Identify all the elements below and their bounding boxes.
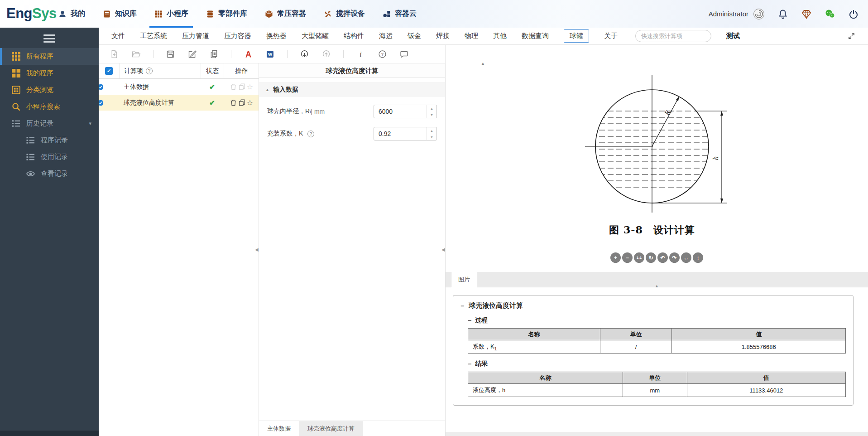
nav-parts[interactable]: 零部件库 <box>206 0 247 28</box>
nav-apps[interactable]: 小程序 <box>154 0 188 28</box>
tab-process-system[interactable]: 工艺系统 <box>140 32 167 40</box>
calc-row-main-data[interactable]: ✔ 主体数据 ✔ ☆ <box>99 79 259 95</box>
nav-my[interactable]: 我的 <box>58 0 85 28</box>
app-logo[interactable]: EngSys <box>6 5 57 22</box>
tab-image[interactable]: 图片 <box>451 272 477 287</box>
sidebar-item-usage-records[interactable]: 使用记录 <box>0 149 99 165</box>
comment-icon[interactable] <box>399 49 409 59</box>
copy-icon[interactable] <box>238 83 246 91</box>
spin-down-icon[interactable]: ▼ <box>427 111 436 118</box>
horizontal-scrollbar[interactable] <box>446 432 868 436</box>
flip-horizontal-button[interactable]: ↔ <box>681 252 691 263</box>
tab-marine[interactable]: 海运 <box>379 32 393 40</box>
sidebar-item-view-records[interactable]: 查看记录 <box>0 165 99 182</box>
spin-up-icon[interactable]: ▲ <box>427 127 436 134</box>
tab-spherical-tank[interactable]: 球罐 <box>564 29 589 43</box>
spin-down-icon[interactable]: ▼ <box>427 134 436 140</box>
results-panel: − 球壳液位高度计算 − 过程 名称 单位 值 系数，K1 / 1.855576… <box>453 295 854 406</box>
top-header: EngSys 我的 知识库 小程序 零部件库 常压容器 <box>0 0 868 28</box>
new-file-icon[interactable] <box>110 49 119 59</box>
sidebar-item-history[interactable]: 历史记录 ▾ <box>0 115 99 132</box>
row-checkbox[interactable]: ✔ <box>99 100 103 106</box>
export-word-icon[interactable]: W <box>265 49 275 59</box>
gem-icon[interactable] <box>801 9 812 19</box>
rotate-left-button[interactable]: ↶ <box>657 252 668 263</box>
section-label: 过程 <box>475 316 488 325</box>
edit-icon[interactable] <box>187 49 197 59</box>
zoom-in-button[interactable]: + <box>610 252 621 263</box>
spin-up-icon[interactable]: ▲ <box>427 105 436 111</box>
power-icon[interactable] <box>848 9 859 19</box>
panel-collapse-right-icon[interactable]: ◀ <box>441 247 445 252</box>
row-checkbox[interactable]: ✔ <box>99 84 103 90</box>
export-pdf-icon[interactable] <box>244 49 253 59</box>
favorite-icon[interactable]: ☆ <box>247 99 253 107</box>
tab-about[interactable]: 关于 <box>604 32 618 40</box>
search-icon <box>12 102 20 111</box>
help-icon[interactable]: ? <box>307 131 314 137</box>
collapse-middle-icon[interactable]: ▲ <box>655 284 659 288</box>
tab-other[interactable]: 其他 <box>493 32 507 40</box>
select-all-checkbox[interactable]: ✔ <box>105 67 113 75</box>
column-action: 操作 <box>235 67 248 75</box>
tab-sheet-metal[interactable]: 钣金 <box>408 32 421 40</box>
input-data-section-header[interactable]: ▲ 输入数据 <box>259 82 445 97</box>
tab-large-tank[interactable]: 大型储罐 <box>302 32 329 40</box>
expand-icon[interactable] <box>848 32 855 40</box>
panel-collapse-left-icon[interactable]: ◀ <box>255 247 259 252</box>
tab-welding[interactable]: 焊接 <box>436 32 450 40</box>
tab-data-query[interactable]: 数据查询 <box>522 32 549 40</box>
chevron-down-icon: ▾ <box>89 121 91 126</box>
sidebar-item-program-records[interactable]: 程序记录 <box>0 132 99 149</box>
refresh-button[interactable]: ↻ <box>646 252 656 263</box>
favorite-icon[interactable]: ☆ <box>247 83 253 91</box>
sidebar-collapse-button[interactable] <box>43 34 55 43</box>
delete-icon[interactable] <box>230 83 237 91</box>
rotate-right-button[interactable]: ↷ <box>669 252 680 263</box>
bell-icon[interactable] <box>777 9 788 19</box>
tab-pressure-vessel[interactable]: 压力容器 <box>224 32 251 40</box>
avatar[interactable] <box>753 8 765 20</box>
toolbar-divider <box>343 50 344 58</box>
tab-file[interactable]: 文件 <box>111 32 125 40</box>
collapse-minus-icon[interactable]: − <box>468 360 471 368</box>
nav-atm-vessel[interactable]: 常压容器 <box>264 0 306 28</box>
report-icon[interactable] <box>209 49 219 59</box>
help-icon[interactable]: ? <box>378 49 387 59</box>
upload-icon[interactable] <box>321 49 331 59</box>
collapse-minus-icon[interactable]: − <box>460 302 464 310</box>
radius-input[interactable] <box>374 105 425 118</box>
column-item: 计算项 <box>124 67 143 75</box>
calc-row-liquid-level[interactable]: ✔ 球壳液位高度计算 ✔ ☆ <box>99 95 259 111</box>
fill-factor-input[interactable] <box>374 127 425 140</box>
save-icon[interactable] <box>166 49 175 59</box>
bottom-tab-main-data[interactable]: 主体数据 <box>259 421 299 436</box>
open-folder-icon[interactable] <box>131 49 141 59</box>
nav-vessel-cloud[interactable]: 容器云 <box>382 0 417 28</box>
category-icon <box>12 86 20 94</box>
nav-knowledge[interactable]: 知识库 <box>102 0 137 28</box>
bottom-tab-liquid-level[interactable]: 球壳液位高度计算 <box>299 421 363 436</box>
toolbar-divider <box>153 50 153 58</box>
sidebar-item-category-browse[interactable]: 分类浏览 <box>0 82 99 98</box>
tab-heat-exchanger[interactable]: 换热器 <box>266 32 287 40</box>
nav-agitator[interactable]: 搅拌设备 <box>323 0 365 28</box>
download-icon[interactable] <box>300 49 309 59</box>
tab-pressure-piping[interactable]: 压力管道 <box>182 32 209 40</box>
sidebar-item-all-programs[interactable]: 所有程序 <box>0 48 99 65</box>
tab-physics[interactable]: 物理 <box>465 32 478 40</box>
tab-structural[interactable]: 结构件 <box>344 32 364 40</box>
zoom-out-button[interactable]: − <box>622 252 633 263</box>
delete-icon[interactable] <box>230 99 237 107</box>
sidebar-item-my-programs[interactable]: 我的程序 <box>0 65 99 82</box>
flip-vertical-button[interactable]: ↕ <box>693 252 703 263</box>
actual-size-button[interactable]: 1:1 <box>634 252 644 263</box>
info-icon[interactable]: i <box>356 49 365 59</box>
copy-icon[interactable] <box>238 99 246 107</box>
sidebar-item-program-search[interactable]: 小程序搜索 <box>0 98 99 115</box>
help-icon[interactable]: ? <box>146 68 153 74</box>
quick-search-input[interactable] <box>635 30 711 42</box>
collapse-minus-icon[interactable]: − <box>468 317 471 324</box>
wechat-icon[interactable] <box>825 9 835 19</box>
collapse-top-icon[interactable]: ▲ <box>481 61 485 66</box>
